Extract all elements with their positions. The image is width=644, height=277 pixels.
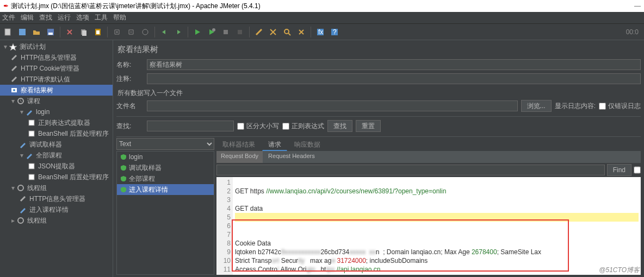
result-entercourse[interactable]: 进入课程详情 [117, 184, 214, 195]
tree-thread-group[interactable]: ▾线程组 [0, 182, 113, 193]
name-input[interactable] [147, 59, 641, 70]
tree-http-header-mgr[interactable]: HTTP信息头管理器 [0, 52, 113, 63]
svg-point-25 [18, 218, 23, 223]
panel-title: 察看结果树 [116, 42, 641, 59]
tree-http-defaults[interactable]: HTTP请求默认值 [0, 74, 113, 85]
find-input[interactable] [216, 165, 605, 175]
find-opt[interactable] [634, 165, 641, 175]
title-bar: ✒ 测试计划.jmx (D:\国信蓝桥\蓝桥云课\jmeter讲解\测试计划.j… [0, 0, 644, 12]
tab-sampler[interactable]: 取样器结果 [216, 138, 261, 151]
start-notimers-icon[interactable] [206, 26, 218, 38]
shutdown-icon[interactable] [234, 26, 246, 38]
templates-icon[interactable] [16, 26, 28, 38]
svg-rect-22 [29, 163, 34, 169]
tree-thread-group2[interactable]: ▸线程组 [0, 215, 113, 226]
paste-icon[interactable] [92, 26, 104, 38]
svg-rect-11 [238, 30, 242, 34]
toggle-icon[interactable] [139, 26, 151, 38]
svg-point-24 [18, 185, 23, 191]
start-icon[interactable] [191, 26, 203, 38]
tree-beanshell-post1[interactable]: BeanShell 后置处理程序 [0, 128, 113, 139]
tree-login[interactable]: ▾login [0, 106, 113, 117]
results-tree[interactable]: login 调试取样器 全部课程 进入课程详情 [116, 151, 214, 275]
help-icon[interactable]: ? [329, 26, 340, 38]
copy-icon[interactable] [78, 26, 90, 38]
open-icon[interactable] [30, 26, 42, 38]
svg-rect-5 [82, 30, 86, 36]
result-login[interactable]: login [117, 152, 214, 162]
comment-input[interactable] [147, 73, 641, 84]
undo-icon[interactable] [158, 26, 170, 38]
tree-debug-sampler[interactable]: 调试取样器 [0, 139, 113, 150]
subtab-headers[interactable]: Request Headers [264, 151, 319, 163]
minimize-icon[interactable]: — [634, 2, 641, 10]
filename-input[interactable] [147, 100, 518, 111]
comment-label: 注释: [116, 74, 144, 84]
svg-rect-10 [224, 30, 228, 34]
svg-point-12 [284, 29, 289, 34]
find-button[interactable]: Find [607, 164, 631, 176]
search-button[interactable]: 查找 [327, 120, 352, 132]
tree-http-header-mgr2[interactable]: HTTP信息头管理器 [0, 193, 113, 204]
tab-response[interactable]: 响应数据 [288, 138, 326, 151]
tree-http-cookie-mgr[interactable]: HTTP Cookie管理器 [0, 63, 113, 74]
tab-request[interactable]: 请求 [262, 138, 287, 151]
collapse-icon[interactable] [125, 26, 137, 38]
tree-course-group[interactable]: ▾课程 [0, 96, 113, 106]
case-checkbox[interactable]: 区分大小写 [237, 122, 279, 131]
result-debug[interactable]: 调试取样器 [117, 162, 214, 173]
browse-button[interactable]: 浏览... [521, 100, 552, 112]
stop-icon[interactable] [220, 26, 232, 38]
test-plan-tree[interactable]: ▾测试计划 HTTP信息头管理器 HTTP Cookie管理器 HTTP请求默认… [0, 40, 113, 277]
cut-icon[interactable] [64, 26, 76, 38]
tree-json-extractor[interactable]: JSON提取器 [0, 161, 113, 172]
request-body-viewer[interactable]: 1234567891011 GET https GET https://www.… [216, 177, 641, 275]
clear-icon[interactable] [253, 26, 265, 38]
search-input[interactable] [147, 121, 234, 131]
name-label: 名称: [116, 60, 144, 70]
tree-regex-extractor[interactable]: 正则表达式提取器 [0, 117, 113, 128]
tree-enter-course[interactable]: 进入课程详情 [0, 204, 113, 215]
menu-edit[interactable]: 编辑 [21, 13, 34, 22]
tree-root[interactable]: ▾测试计划 [0, 41, 113, 52]
line-gutter: 1234567891011 [216, 177, 233, 275]
save-icon[interactable] [45, 26, 57, 38]
menu-run[interactable]: 运行 [58, 13, 71, 22]
menu-tools[interactable]: 工具 [95, 13, 108, 22]
result-allcourses[interactable]: 全部课程 [117, 173, 214, 184]
subtab-body[interactable]: Request Body [216, 151, 263, 163]
result-tabs: 取样器结果 请求 响应数据 [216, 138, 641, 151]
redo-icon[interactable] [172, 26, 184, 38]
request-subtabs: Request Body Request Headers [216, 151, 641, 163]
svg-point-8 [143, 29, 148, 35]
menu-options[interactable]: 选项 [76, 13, 89, 22]
erroronly-checkbox[interactable]: 仅错误日志 [599, 102, 641, 111]
svg-rect-20 [29, 120, 34, 125]
svg-rect-3 [48, 33, 53, 35]
watermark: @51CTO博客 [599, 266, 640, 275]
menu-search[interactable]: 查找 [39, 13, 52, 22]
allwrite-label: 所有数据写入一个文件 [117, 89, 641, 98]
svg-rect-1 [19, 29, 26, 35]
svg-rect-21 [29, 131, 34, 136]
svg-text:?: ? [333, 28, 337, 36]
new-icon[interactable] [2, 26, 14, 38]
tree-all-courses[interactable]: ▾全部课程 [0, 150, 113, 161]
function-icon[interactable]: fx [314, 26, 326, 38]
svg-point-18 [13, 89, 15, 91]
menu-file[interactable]: 文件 [2, 13, 15, 22]
filename-label: 文件名 [116, 102, 144, 111]
reset-search-icon[interactable] [295, 26, 307, 38]
search-tb-icon[interactable] [281, 26, 293, 38]
svg-rect-0 [5, 29, 10, 35]
regex-checkbox[interactable]: 正则表达式 [282, 122, 324, 131]
reset-button[interactable]: 重置 [356, 120, 381, 132]
menu-help[interactable]: 帮助 [113, 13, 126, 22]
renderer-select[interactable]: Text [116, 138, 214, 150]
clear-all-icon[interactable] [267, 26, 279, 38]
svg-rect-7 [96, 30, 100, 34]
expand-icon[interactable] [111, 26, 123, 38]
tree-beanshell-post2[interactable]: BeanShell 后置处理程序 [0, 172, 113, 182]
menu-bar: 文件 编辑 查找 运行 选项 工具 帮助 [0, 12, 644, 24]
tree-view-results[interactable]: 察看结果树 [0, 85, 113, 96]
